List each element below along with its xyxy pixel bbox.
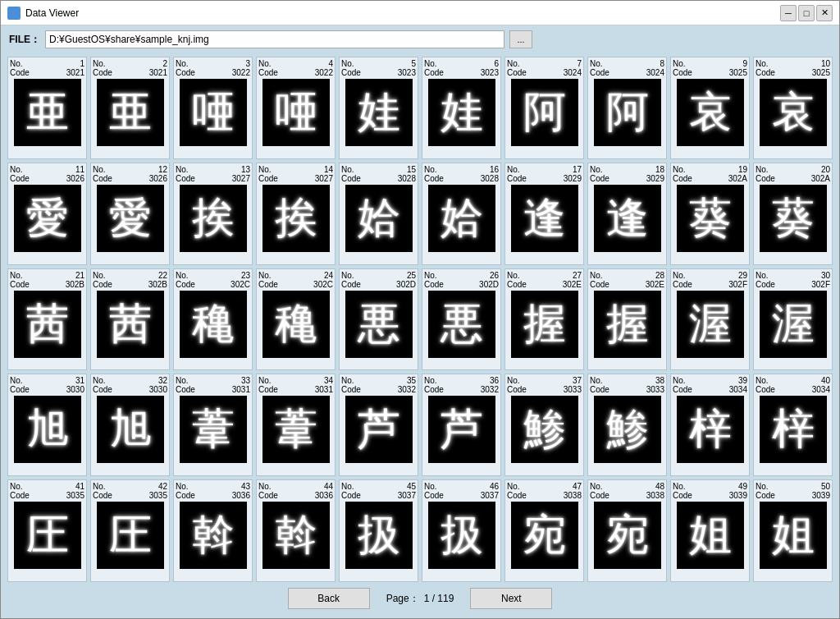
table-row: No. 31 Code 3030 旭 [7,374,87,476]
table-row: No. 10 Code 3025 哀 [753,57,833,159]
no-value: 26 [490,271,499,280]
code-label: Code [424,491,444,500]
no-value: 16 [490,165,499,174]
cell-header: No. 9 [673,59,747,68]
no-label: No. [176,59,189,68]
cell-header: No. 14 [258,165,333,174]
code-label: Code [673,491,692,500]
browse-button[interactable]: ... [509,30,532,48]
code-value: 3033 [564,385,582,394]
no-label: No. [507,165,520,174]
cell-header: No. 4 [258,59,333,68]
code-label: Code [10,174,30,183]
char-display: 哀 [689,91,732,134]
cell-header: No. 21 [10,271,84,280]
title-bar-controls: ─ □ ✕ [780,5,833,21]
char-image: 宛 [594,502,661,569]
no-label: No. [93,165,106,174]
table-row: No. 37 Code 3033 鯵 [504,374,584,476]
char-image: 梓 [677,396,744,463]
cell-header: No. 49 [673,482,747,491]
table-row: No. 41 Code 3035 圧 [7,479,87,582]
char-image: 梓 [760,396,827,463]
code-row: Code 3035 [10,491,84,500]
close-button[interactable]: ✕ [816,5,833,21]
code-label: Code [590,491,609,500]
code-label: Code [176,174,195,183]
char-image: 亜 [97,79,164,146]
table-row: No. 42 Code 3035 圧 [90,479,170,582]
no-value: 21 [75,271,84,280]
file-path-input[interactable] [45,30,504,48]
cell-header: No. 8 [590,59,664,68]
cell-header: No. 48 [590,482,664,491]
back-button[interactable]: Back [288,588,370,609]
code-row: Code 3039 [756,491,830,500]
no-label: No. [176,376,189,385]
char-image: 葦 [180,396,247,463]
code-row: Code 3026 [93,174,167,183]
table-row: No. 40 Code 3034 梓 [753,374,833,476]
char-image: 娃 [428,79,495,146]
char-display: 悪 [441,303,483,346]
code-label: Code [590,68,609,77]
no-value: 35 [407,376,416,385]
table-row: No. 35 Code 3032 芦 [339,374,418,476]
app-icon [7,7,21,20]
cell-header: No. 24 [258,271,333,280]
cell-header: No. 17 [507,165,582,174]
table-row: No. 22 Code 302B 茜 [90,268,170,371]
minimize-button[interactable]: ─ [780,5,797,21]
next-button[interactable]: Next [470,588,552,609]
code-value: 302E [646,280,664,289]
char-image: 圧 [97,502,164,569]
code-value: 3029 [564,174,582,183]
code-row: Code 3024 [590,68,664,77]
code-value: 3024 [564,68,582,77]
char-display: 悪 [358,303,400,346]
cell-header: No. 32 [93,376,167,385]
no-value: 29 [738,271,747,280]
no-label: No. [507,59,520,68]
char-image: 挨 [262,185,330,252]
char-display: 梓 [772,408,815,451]
code-row: Code 302F [756,280,830,289]
cell-header: No. 50 [756,482,830,491]
code-row: Code 3025 [756,68,830,77]
no-value: 49 [738,482,747,491]
no-label: No. [756,165,769,174]
code-label: Code [341,68,361,77]
code-value: 3033 [646,385,664,394]
code-label: Code [93,385,112,394]
char-display: 逢 [523,197,566,240]
table-row: No. 14 Code 3027 挨 [256,163,336,265]
char-display: 葦 [275,408,317,451]
table-row: No. 18 Code 3029 逢 [587,163,667,265]
page-label: Page： [386,592,419,606]
char-display: 圧 [26,514,69,557]
table-row: No. 45 Code 3037 扱 [339,479,418,582]
title-bar-left: Data Viewer [7,7,79,20]
code-value: 3026 [66,174,84,183]
code-value: 302A [728,174,747,183]
code-value: 3035 [149,491,167,500]
code-value: 302D [396,280,416,289]
char-image: 姐 [760,502,827,569]
cell-header: No. 35 [341,376,416,385]
code-value: 3023 [481,68,499,77]
table-row: No. 3 Code 3022 唖 [173,57,253,159]
code-label: Code [507,491,527,500]
no-label: No. [93,482,106,491]
maximize-button[interactable]: □ [798,5,815,21]
code-row: Code 302B [10,280,84,289]
no-value: 32 [158,376,167,385]
file-label: FILE： [9,33,40,47]
no-value: 40 [821,376,830,385]
no-label: No. [590,482,603,491]
table-row: No. 36 Code 3032 芦 [422,374,501,476]
code-value: 302B [66,280,84,289]
file-bar: FILE： ... [1,25,839,53]
char-image: 圧 [14,502,81,569]
code-value: 302C [231,280,250,289]
table-row: No. 46 Code 3037 扱 [422,479,501,582]
